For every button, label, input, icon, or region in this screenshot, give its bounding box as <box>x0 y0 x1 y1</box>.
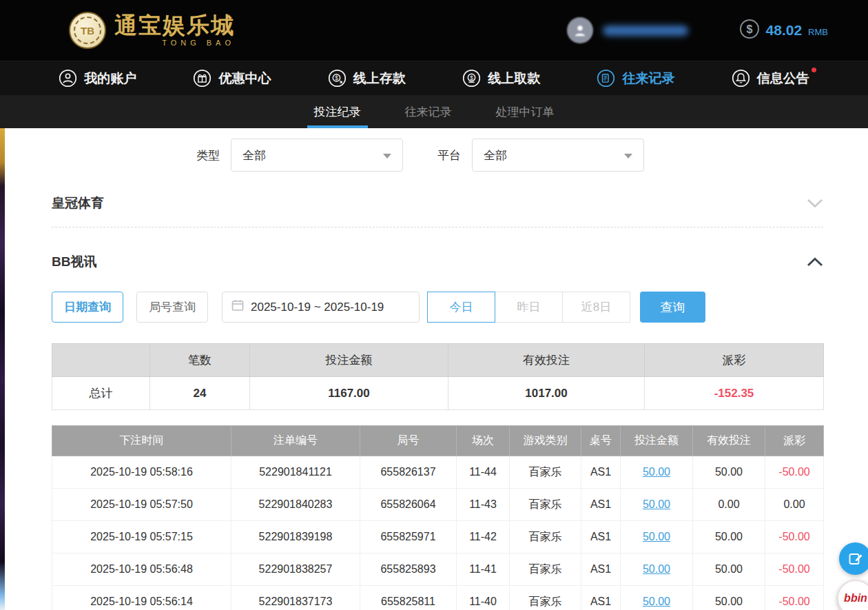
main-nav: 我的账户 优惠中心 $ 线上存款 $ 线上取款 往来记录 <box>0 61 868 95</box>
session-cell: 11-42 <box>457 521 510 553</box>
username-blurred <box>603 26 688 36</box>
tab-transaction-records[interactable]: 往来记录 <box>401 95 456 128</box>
today-button[interactable]: 今日 <box>427 292 495 323</box>
summary-table: 笔数 投注金额 有效投注 派彩 总计 24 1167.00 1017.00 -1… <box>52 343 824 410</box>
search-button[interactable]: 查询 <box>640 292 705 323</box>
summary-header: 派彩 <box>645 344 824 377</box>
chevron-down-icon[interactable] <box>807 199 823 208</box>
svg-text:$: $ <box>335 74 338 81</box>
table-row: 2025-10-19 05:56:14522901837173655825811… <box>52 586 824 610</box>
bbin-logo-text: bbin <box>844 592 867 604</box>
table-header-row: 下注时间 注单编号 局号 场次 游戏类别 桌号 投注金额 有效投注 派彩 <box>52 426 824 456</box>
nav-label: 线上取款 <box>488 70 540 88</box>
logo-text: 通宝娱乐城 TONG BAO <box>114 14 235 47</box>
table-row: 2025-10-19 05:58:16522901841121655826137… <box>52 456 824 489</box>
logo-title: 通宝娱乐城 <box>114 14 235 37</box>
yesterday-button[interactable]: 昨日 <box>495 292 563 323</box>
order-id-cell: 522901838257 <box>231 553 360 586</box>
payout-cell: -50.00 <box>765 521 824 553</box>
platform-select[interactable]: 全部 <box>472 139 644 172</box>
user-circle-icon <box>59 69 77 88</box>
svg-text:$: $ <box>470 74 473 81</box>
bet-amount-cell: 50.00 <box>621 489 693 521</box>
bet-time-cell: 2025-10-19 05:56:48 <box>52 553 231 586</box>
order-id-cell: 522901837173 <box>231 586 360 610</box>
last8days-label: 近8日 <box>581 299 611 315</box>
bet-table-body: 2025-10-19 05:58:16522901841121655826137… <box>52 456 824 610</box>
table-row: 2025-10-19 05:56:48522901838257655825893… <box>52 553 824 586</box>
tab-pending-orders[interactable]: 处理中订单 <box>492 95 559 128</box>
payout-cell: -50.00 <box>765 553 824 586</box>
avatar[interactable] <box>567 17 593 43</box>
sub-nav: 投注纪录 往来记录 处理中订单 <box>0 95 868 128</box>
date-range-value: 2025-10-19 ~ 2025-10-19 <box>251 301 384 314</box>
svg-text:$: $ <box>746 23 752 35</box>
nav-label: 线上存款 <box>353 70 406 88</box>
last8days-button[interactable]: 近8日 <box>562 292 630 323</box>
gift-icon <box>193 69 211 88</box>
search-label: 查询 <box>661 299 685 316</box>
tab-label: 投注纪录 <box>314 104 361 120</box>
chevron-up-icon[interactable] <box>807 257 823 267</box>
section-bb-video[interactable]: BB视讯 <box>52 253 823 271</box>
bet-records-table: 下注时间 注单编号 局号 场次 游戏类别 桌号 投注金额 有效投注 派彩 202… <box>52 425 824 610</box>
platform-select-value: 全部 <box>484 148 507 163</box>
chevron-down-icon <box>383 154 391 159</box>
edit-note-icon <box>847 551 864 567</box>
round-id-cell: 655826137 <box>360 456 457 489</box>
nav-item-withdraw[interactable]: $ 线上取款 <box>462 69 540 88</box>
type-select[interactable]: 全部 <box>231 139 403 172</box>
bet-amount-cell: 50.00 <box>621 586 693 610</box>
bet-time-cell: 2025-10-19 05:56:14 <box>52 586 231 610</box>
summary-payout: -152.35 <box>645 377 824 410</box>
query-row: 日期查询 局号查询 2025-10-19 ~ 2025-10-19 今日 昨日 … <box>52 292 868 323</box>
col-header-valid-bet: 有效投注 <box>693 426 765 456</box>
logo-chip-text: TB <box>81 25 94 37</box>
date-range-input[interactable]: 2025-10-19 ~ 2025-10-19 <box>222 292 420 323</box>
nav-item-promotions[interactable]: 优惠中心 <box>193 69 271 88</box>
nav-item-my-account[interactable]: 我的账户 <box>59 69 136 88</box>
col-header-session: 场次 <box>457 426 510 456</box>
summary-header-row: 笔数 投注金额 有效投注 派彩 <box>52 344 824 377</box>
section-crown-sports[interactable]: 皇冠体育 <box>52 194 823 212</box>
bet-amount-cell: 50.00 <box>621 521 693 553</box>
date-query-button[interactable]: 日期查询 <box>52 292 123 323</box>
bet-time-cell: 2025-10-19 05:57:15 <box>52 521 231 553</box>
payout-cell: -50.00 <box>765 586 824 610</box>
top-header: TB 通宝娱乐城 TONG BAO $ 48.02 RMB <box>0 0 868 61</box>
col-header-table-id: 桌号 <box>581 426 621 456</box>
nav-label: 信息公告 <box>757 70 809 88</box>
user-area: $ 48.02 RMB <box>567 17 828 43</box>
bet-amount-link[interactable]: 50.00 <box>643 531 670 542</box>
table-id-cell: AS1 <box>581 521 621 553</box>
bet-time-cell: 2025-10-19 05:58:16 <box>52 456 231 489</box>
round-query-button[interactable]: 局号查询 <box>136 292 208 323</box>
bet-amount-link[interactable]: 50.00 <box>643 466 670 478</box>
summary-bet-amount: 1167.00 <box>250 377 448 410</box>
nav-item-deposit[interactable]: $ 线上存款 <box>328 69 406 88</box>
dashed-divider <box>52 227 823 227</box>
logo-subtitle: TONG BAO <box>114 39 235 47</box>
logo[interactable]: TB 通宝娱乐城 TONG BAO <box>69 12 235 49</box>
bet-amount-link[interactable]: 50.00 <box>643 563 670 575</box>
valid-bet-cell: 50.00 <box>693 456 765 489</box>
nav-label: 优惠中心 <box>218 70 271 88</box>
summary-count: 24 <box>150 377 250 410</box>
chevron-down-icon <box>624 154 632 159</box>
bet-amount-link[interactable]: 50.00 <box>643 498 670 510</box>
valid-bet-cell: 50.00 <box>693 586 765 610</box>
balance-amount: 48.02 <box>766 22 803 39</box>
table-id-cell: AS1 <box>581 553 621 586</box>
order-id-cell: 522901839198 <box>231 521 360 553</box>
bet-amount-link[interactable]: 50.00 <box>643 596 670 607</box>
section-title: BB视讯 <box>52 253 96 271</box>
game-type-cell: 百家乐 <box>510 553 581 586</box>
game-type-cell: 百家乐 <box>510 521 581 553</box>
nav-item-transaction-records[interactable]: 往来记录 <box>597 69 674 88</box>
nav-label: 我的账户 <box>84 70 136 88</box>
tab-bet-records[interactable]: 投注纪录 <box>310 95 365 128</box>
tab-label: 处理中订单 <box>496 104 555 120</box>
game-type-cell: 百家乐 <box>510 586 581 610</box>
nav-item-announcements[interactable]: 信息公告 <box>732 69 809 88</box>
feedback-float-button[interactable] <box>839 542 868 575</box>
